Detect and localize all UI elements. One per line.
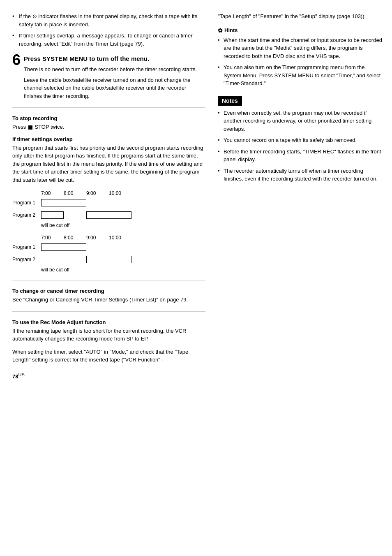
change-cancel-title: To change or cancel timer recording — [12, 288, 205, 294]
divider-3 — [12, 311, 205, 312]
divider-1 — [12, 107, 205, 108]
chart-2-bar2 — [86, 256, 131, 263]
chart-1-time-2: 8:00 — [64, 190, 86, 196]
stop-icon — [28, 125, 32, 130]
chart-2-bar1 — [41, 243, 86, 251]
timer-overlap-body: The program that starts first has priori… — [12, 144, 205, 184]
chart-1-program1-row: Program 1 — [12, 198, 205, 208]
chart-2-program1-label: Program 1 — [12, 244, 41, 250]
hint-item-2: You can also turn on the Timer programmi… — [218, 63, 382, 88]
intro-bullets: If the ⊙ indicator flashes in the front … — [12, 12, 205, 48]
chart-1-time-3: 9:00 — [86, 190, 109, 196]
to-stop-recording-body: Press STOP twice. — [12, 123, 205, 131]
rec-mode-body-1: If the remaining tape length is too shor… — [12, 327, 205, 343]
step-body-1: There is no need to turn off the recorde… — [24, 65, 205, 74]
chart-2-program1-row: Program 1 — [12, 242, 205, 252]
chart-1-bar1 — [41, 199, 86, 206]
page-number: 78US — [12, 372, 205, 380]
bullet-item-1: If the ⊙ indicator flashes in the front … — [12, 12, 205, 28]
chart-1: 7:00 8:00 9:00 10:00 Program 1 Program 2 — [12, 190, 205, 228]
chart-2-time-2: 8:00 — [64, 235, 86, 241]
right-column: "Tape Length" of "Features" in the "Setu… — [214, 12, 382, 544]
chart-2-program2-label: Program 2 — [12, 257, 41, 262]
chart-2: 7:00 8:00 9:00 10:00 Program 1 Program 2 — [12, 235, 205, 273]
step-number: 6 — [12, 53, 21, 67]
step-body-2: Leave the cable box/satellite receiver t… — [24, 76, 205, 100]
chart-1-cutoff: will be cut off — [41, 222, 205, 228]
note-item-1: Even when correctly set, the program may… — [218, 109, 382, 133]
change-cancel-body: See "Changing or Canceling VCR Timer Set… — [12, 296, 205, 304]
step-content: Press SYSTEM MENU to turn off the menu. … — [24, 54, 205, 100]
hints-list: When the start time and the channel or i… — [218, 36, 382, 88]
hints-section: ✿ Hints When the start time and the chan… — [218, 27, 382, 88]
chart-2-time-3: 9:00 — [86, 235, 109, 241]
timer-overlap-title: If timer settings overlap — [12, 136, 205, 142]
notes-list: Even when correctly set, the program may… — [218, 109, 382, 183]
hints-icon: ✿ — [218, 27, 223, 34]
to-stop-recording-section: To stop recording Press STOP twice. — [12, 115, 205, 131]
note-item-4: The recorder automatically turns off whe… — [218, 167, 382, 183]
right-intro-text: "Tape Length" of "Features" in the "Setu… — [218, 12, 382, 21]
chart-1-bar2a — [41, 211, 64, 219]
divider-2 — [12, 280, 205, 280]
note-item-3: Before the timer recording starts, "TIME… — [218, 148, 382, 164]
chart-1-bar2b — [86, 211, 131, 219]
timer-overlap-section: If timer settings overlap The program th… — [12, 136, 205, 184]
chart-1-container: 7:00 8:00 9:00 10:00 Program 1 Program 2 — [12, 190, 205, 273]
rec-mode-section: To use the Rec Mode Adjust function If t… — [12, 319, 205, 364]
bullet-item-2: If timer settings overlap, a message app… — [12, 32, 205, 48]
chart-1-program2-row: Program 2 — [12, 210, 205, 220]
chart-1-time-4: 10:00 — [109, 190, 131, 196]
rec-mode-title: To use the Rec Mode Adjust function — [12, 319, 205, 325]
chart-1-time-1: 7:00 — [41, 190, 64, 196]
hint-item-1: When the start time and the channel or i… — [218, 36, 382, 60]
hints-title: ✿ Hints — [218, 27, 382, 34]
chart-2-time-4: 10:00 — [109, 235, 131, 241]
notes-box: Notes — [218, 96, 242, 106]
step-6: 6 Press SYSTEM MENU to turn off the menu… — [12, 54, 205, 100]
to-stop-recording-title: To stop recording — [12, 115, 205, 121]
chart-1-program2-label: Program 2 — [12, 212, 41, 218]
page: If the ⊙ indicator flashes in the front … — [0, 0, 392, 556]
chart-2-program2-row: Program 2 — [12, 255, 205, 264]
rec-mode-body-2: When setting the timer, select "AUTO" in… — [12, 348, 205, 364]
step-title: Press SYSTEM MENU to turn off the menu. — [24, 54, 205, 63]
change-cancel-section: To change or cancel timer recording See … — [12, 288, 205, 304]
note-item-2: You cannot record on a tape with its saf… — [218, 136, 382, 144]
notes-section: Notes Even when correctly set, the progr… — [218, 96, 382, 183]
chart-1-program1-label: Program 1 — [12, 200, 41, 206]
chart-2-time-1: 7:00 — [41, 235, 64, 241]
left-column: If the ⊙ indicator flashes in the front … — [12, 12, 214, 544]
chart-2-cutoff: will be cut off — [41, 267, 205, 273]
chart-1-time-row: 7:00 8:00 9:00 10:00 — [41, 190, 205, 196]
chart-2-time-row: 7:00 8:00 9:00 10:00 — [41, 235, 205, 241]
